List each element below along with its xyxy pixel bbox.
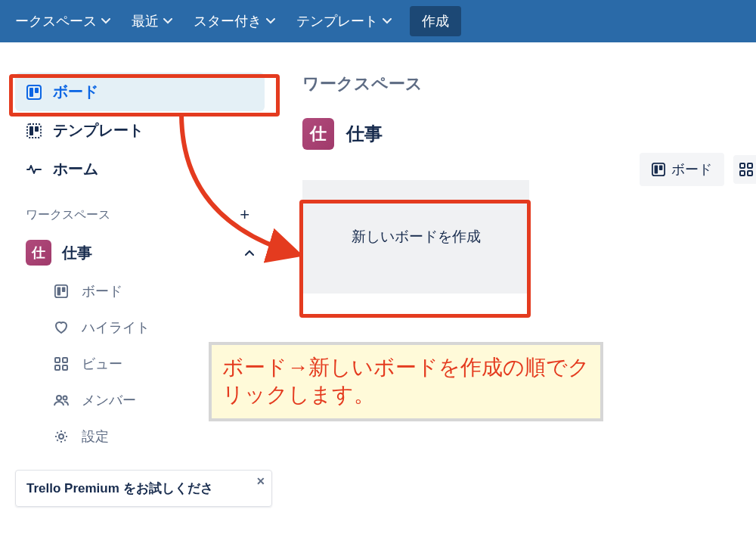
svg-rect-11	[55, 365, 60, 370]
main-content: ワークスペース 仕 仕事 新しいボードを作成	[272, 42, 756, 553]
svg-rect-8	[62, 287, 66, 292]
svg-rect-12	[63, 365, 67, 370]
svg-rect-22	[748, 171, 752, 176]
nav-recent-label: 最近	[132, 12, 159, 30]
sidebar-boards[interactable]: ボード	[15, 73, 265, 111]
svg-rect-2	[35, 88, 39, 93]
svg-rect-18	[659, 166, 663, 170]
svg-point-13	[57, 396, 61, 400]
template-icon	[26, 123, 42, 139]
sidebar-templates[interactable]: テンプレート	[15, 111, 265, 150]
sidebar-boards-label: ボード	[53, 82, 98, 102]
nav-templates[interactable]: テンプレート	[287, 8, 401, 35]
chevron-down-icon	[101, 18, 110, 24]
sub-highlights[interactable]: ハイライト	[15, 309, 265, 346]
workspace-badge: 仕	[302, 118, 334, 150]
nav-workspaces-label: ークスペース	[15, 12, 97, 30]
sub-boards-label: ボード	[82, 282, 122, 300]
heart-icon	[53, 319, 70, 336]
sidebar-workspaces-label: ワークスペース	[26, 207, 110, 223]
svg-rect-3	[27, 124, 41, 138]
sub-views-label: ビュー	[82, 355, 122, 373]
sub-boards[interactable]: ボード	[15, 273, 265, 309]
sidebar-templates-label: テンプレート	[53, 120, 144, 141]
members-icon	[53, 392, 70, 409]
layout: ボード テンプレート ホーム ワークスペース + 仕 仕事	[0, 42, 756, 553]
new-board-tile-label: 新しいボードを作成	[352, 227, 481, 247]
svg-rect-6	[55, 285, 67, 297]
workspace-name: 仕事	[62, 243, 92, 263]
add-workspace-button[interactable]: +	[235, 205, 254, 225]
svg-rect-10	[63, 358, 67, 362]
sub-members-label: メンバー	[82, 391, 136, 409]
grid-icon	[739, 163, 753, 176]
board-icon	[652, 163, 665, 176]
board-icon	[26, 84, 42, 101]
sub-settings[interactable]: 設定	[15, 418, 265, 455]
svg-rect-4	[29, 126, 33, 135]
nav-starred-label: スター付き	[194, 12, 262, 30]
svg-rect-19	[740, 163, 745, 168]
svg-rect-20	[748, 163, 752, 168]
tab-grid[interactable]	[733, 155, 756, 184]
view-tabs: ボード	[640, 153, 756, 186]
tab-board[interactable]: ボード	[640, 153, 724, 186]
premium-promo[interactable]: Trello Premium をお試しくださ ✕	[15, 470, 272, 507]
pulse-icon	[26, 161, 42, 178]
nav-workspaces[interactable]: ークスペース	[6, 8, 119, 35]
svg-rect-5	[35, 126, 39, 132]
sub-highlights-label: ハイライト	[82, 318, 150, 337]
svg-rect-7	[57, 287, 61, 296]
svg-rect-9	[55, 358, 60, 362]
sidebar: ボード テンプレート ホーム ワークスペース + 仕 仕事	[0, 42, 272, 553]
nav-templates-label: テンプレート	[296, 12, 378, 30]
close-icon[interactable]: ✕	[256, 475, 265, 487]
sidebar-workspace-item[interactable]: 仕 仕事	[15, 232, 265, 273]
svg-rect-1	[29, 88, 33, 97]
svg-point-14	[64, 396, 67, 400]
page-title: ワークスペース	[302, 73, 756, 95]
sidebar-workspaces-section: ワークスペース +	[15, 188, 265, 232]
workspace-header: 仕 仕事	[302, 118, 756, 150]
sub-settings-label: 設定	[82, 427, 109, 446]
chevron-down-icon	[266, 18, 275, 24]
svg-rect-17	[655, 166, 658, 174]
board-icon	[53, 283, 70, 300]
chevron-down-icon	[163, 18, 172, 24]
nav-create-button[interactable]: 作成	[410, 6, 461, 36]
premium-promo-text: Trello Premium をお試しくださ	[26, 481, 213, 496]
svg-rect-0	[27, 85, 41, 99]
svg-rect-21	[740, 171, 745, 176]
gear-icon	[53, 428, 70, 445]
nav-create-label: 作成	[422, 14, 449, 29]
svg-point-15	[59, 434, 64, 439]
workspace-badge: 仕	[26, 240, 51, 266]
sidebar-home[interactable]: ホーム	[15, 150, 265, 188]
annotation-callout: ボード→新しいボードを作成の順でクリックします。	[209, 342, 603, 421]
new-board-tile[interactable]: 新しいボードを作成	[302, 180, 529, 294]
tab-board-label: ボード	[671, 160, 712, 179]
sidebar-home-label: ホーム	[53, 159, 98, 179]
chevron-down-icon	[383, 18, 392, 24]
nav-recent[interactable]: 最近	[122, 8, 181, 35]
workspace-header-name: 仕事	[346, 122, 383, 146]
svg-rect-16	[652, 163, 665, 176]
top-nav: ークスペース 最近 スター付き テンプレート 作成	[0, 0, 756, 42]
grid-icon	[53, 356, 70, 372]
chevron-up-icon	[245, 250, 254, 256]
nav-starred[interactable]: スター付き	[184, 8, 284, 35]
annotation-callout-text: ボード→新しいボードを作成の順でクリックします。	[222, 356, 590, 406]
